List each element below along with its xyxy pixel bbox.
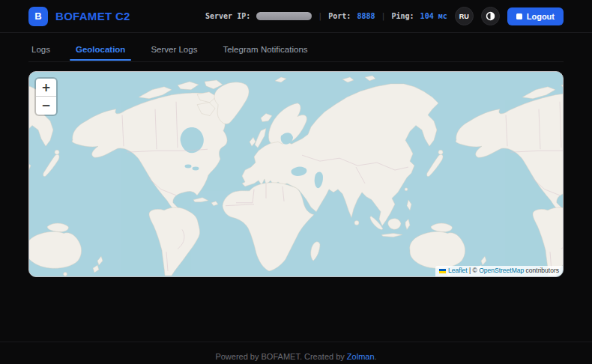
header: B BOFAMET C2 Server IP: | Port: 8888 | P…: [0, 0, 592, 33]
server-ip-label: Server IP:: [205, 12, 250, 20]
server-ip-redacted: [256, 12, 312, 20]
zoom-in-button[interactable]: +: [36, 79, 56, 97]
server-info: Server IP: | Port: 8888 | Ping: 104 мс: [205, 12, 447, 20]
brand: B BOFAMET C2: [28, 7, 130, 26]
footer-author-link[interactable]: Zolman: [347, 352, 375, 361]
zoom-out-button[interactable]: −: [36, 97, 56, 115]
ping-label: Ping:: [392, 12, 414, 20]
leaflet-link[interactable]: Leaflet: [448, 267, 468, 274]
divider: |: [381, 12, 385, 20]
ping-value: 104 мс: [420, 12, 447, 20]
app-logo: B: [28, 7, 48, 26]
openstreetmap-link[interactable]: OpenStreetMap: [479, 267, 524, 274]
theme-toggle-button[interactable]: [481, 7, 500, 25]
tab-geolocation[interactable]: Geolocation: [73, 42, 128, 61]
logout-button[interactable]: Logout: [507, 7, 564, 25]
geolocation-map[interactable]: + − Leaflet | © OpenStreetMap contributo…: [28, 71, 564, 277]
header-right: Server IP: | Port: 8888 | Ping: 104 мс R…: [205, 7, 564, 25]
language-button[interactable]: RU: [455, 7, 474, 25]
ukraine-flag-icon: [439, 269, 446, 273]
tab-logs[interactable]: Logs: [28, 42, 53, 61]
tab-server-logs[interactable]: Server Logs: [148, 42, 200, 61]
footer: Powered by BOFAMET. Created by Zolman.: [0, 342, 592, 364]
map-zoom-control: + −: [36, 79, 56, 115]
map-attribution: Leaflet | © OpenStreetMap contributors: [435, 266, 563, 276]
world-map-svg[interactable]: [29, 72, 563, 276]
app-title: BOFAMET C2: [55, 10, 130, 22]
port-value: 8888: [357, 12, 375, 20]
divider: |: [318, 12, 322, 20]
attribution-suffix: contributors: [524, 267, 559, 274]
attribution-separator: | ©: [468, 267, 480, 274]
footer-suffix: .: [375, 352, 377, 361]
tab-telegram-notifications[interactable]: Telegram Notifications: [220, 42, 310, 61]
logout-icon: [516, 13, 522, 19]
logout-label: Logout: [527, 12, 555, 21]
tab-bar: Logs Geolocation Server Logs Telegram No…: [28, 33, 564, 62]
contrast-icon: [486, 11, 495, 21]
footer-text: Powered by BOFAMET. Created by: [215, 352, 346, 361]
port-label: Port:: [328, 12, 351, 20]
logo-letter: B: [34, 10, 41, 22]
